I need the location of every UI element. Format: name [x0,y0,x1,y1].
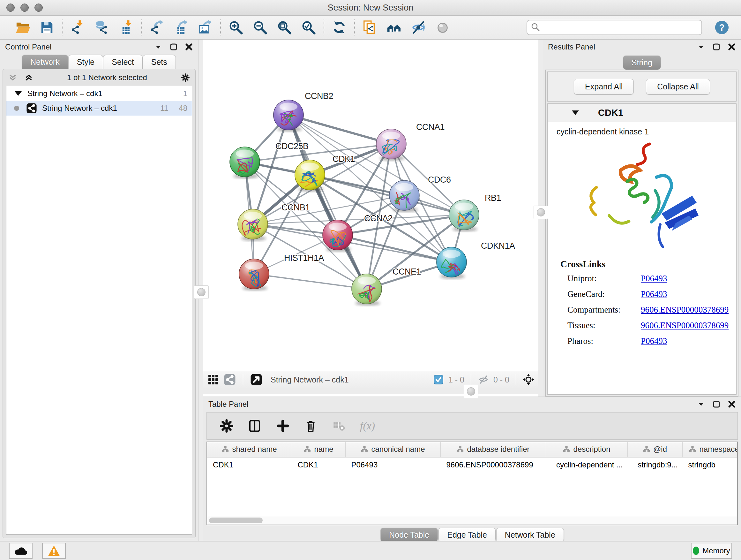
float-panel-icon[interactable] [712,400,721,408]
table-cell[interactable]: 9606.ENSP00000378699 [441,457,546,472]
expand-all-button[interactable]: Expand All [574,79,634,95]
node-label-CCNB2: CCNB2 [305,91,333,101]
network-view-title: String Network – cdk1 [271,375,349,384]
zoom-out-icon[interactable] [252,19,268,36]
network-collection-row[interactable]: String Network – cdk1 1 [6,86,192,101]
table-cell[interactable]: P06493 [346,457,441,472]
float-panel-icon[interactable] [712,43,721,51]
zoom-selected-icon[interactable] [300,19,317,36]
collection-expander-icon[interactable] [15,91,22,96]
tab-network[interactable]: Network [22,55,68,69]
import-database-icon[interactable] [94,19,110,36]
detach-view-icon[interactable] [250,374,262,386]
warning-button[interactable] [42,543,66,559]
column-header-canonical-name[interactable]: canonical name [346,442,441,457]
table-cell[interactable]: CDK1 [292,457,346,472]
panel-menu-icon[interactable] [697,43,705,51]
column-header-name[interactable]: name [292,442,346,457]
tab-sets[interactable]: Sets [143,55,176,69]
export-network-icon[interactable] [149,19,165,36]
cloud-status-button[interactable] [9,543,32,559]
column-header-database-identifier[interactable]: database identifier [441,442,546,457]
search-input[interactable] [527,20,702,35]
open-session-icon[interactable] [15,19,30,36]
zoom-in-icon[interactable] [228,19,244,36]
table-cell[interactable]: cyclin-dependent ... [546,457,628,472]
hide-selected-icon[interactable] [410,19,426,36]
expand-all-networks-icon[interactable] [24,73,33,82]
first-neighbors-icon[interactable] [386,19,402,36]
crosslink-label: GeneCard: [567,289,641,299]
network-node-CCNE1[interactable]: CCNE1 [352,267,421,306]
crosslink-link[interactable]: 9606.ENSP00000378699 [641,305,729,315]
tab-select[interactable]: Select [103,55,142,69]
crosslink-link[interactable]: P06493 [641,273,667,284]
close-panel-icon[interactable] [728,400,736,408]
network-overview-icon[interactable] [224,374,236,386]
gene-section-header[interactable]: CDK1 [548,104,736,122]
delete-column-trash-icon[interactable] [304,419,318,433]
tab-network-table[interactable]: Network Table [496,528,564,542]
network-from-selection-icon[interactable] [362,19,378,36]
network-canvas[interactable]: CCNB2CCNA1CDC25BCDK1CDC6RB1CCNB1CCNA2CDK… [203,40,538,371]
gene-expander-icon[interactable] [572,111,579,115]
save-session-icon[interactable] [39,19,55,36]
close-panel-icon[interactable] [728,43,736,51]
network-node-HIST1H1A[interactable]: HIST1H1A [239,253,324,291]
crosslink-link[interactable]: P06493 [641,336,667,346]
help-icon[interactable]: ? [714,19,730,36]
crosslink-link[interactable]: 9606.ENSP00000378699 [641,320,729,330]
table-settings-gear-icon[interactable] [219,419,233,433]
apply-layout-icon[interactable] [331,19,347,36]
collapse-all-networks-icon[interactable] [9,73,17,82]
column-header-namespace[interactable]: namespace [683,442,738,457]
tab-style[interactable]: Style [68,55,104,69]
grid-view-icon[interactable] [207,374,219,386]
import-network-icon[interactable] [70,19,85,36]
table-horizontal-scrollbar[interactable] [207,516,737,524]
table-cell[interactable]: CDK1 [207,457,292,472]
left-splitter[interactable] [199,40,203,541]
birdseye-toggle-icon[interactable] [522,374,535,386]
panel-menu-icon[interactable] [154,43,162,51]
show-hidden-icon[interactable] [434,19,451,36]
column-header-@id[interactable]: @id [628,442,683,457]
tab-node-table[interactable]: Node Table [381,528,438,542]
title-bar: Session: New Session [0,0,741,16]
import-table-icon[interactable] [118,19,134,36]
column-header-description[interactable]: description [546,442,628,457]
table-cell[interactable]: stringdb:9... [628,457,683,472]
network-node-CDKN1A[interactable]: CDKN1A [436,241,515,279]
selected-checkbox-icon[interactable] [432,374,445,386]
node-label-CCNA2: CCNA2 [364,213,393,223]
tab-edge-table[interactable]: Edge Table [439,528,495,542]
toolbar-group [8,19,62,36]
bottom-splitter[interactable] [203,388,538,394]
collapse-all-button[interactable]: Collapse All [646,79,710,95]
memory-button[interactable]: Memory [691,543,732,559]
crosslink-row: Compartments:9606.ENSP00000378699 [548,302,736,318]
scrollbar-thumb[interactable] [209,517,263,523]
tab-string[interactable]: String [623,56,661,70]
zoom-fit-icon[interactable] [276,19,292,36]
column-header-shared-name[interactable]: shared name [207,442,292,457]
table-row[interactable]: CDK1CDK1P064939606.ENSP00000378699cyclin… [207,457,738,472]
network-view: CCNB2CCNA1CDC25BCDK1CDC6RB1CCNB1CCNA2CDK… [203,40,538,396]
network-node-RB1[interactable]: RB1 [449,193,501,232]
crosslink-link[interactable]: P06493 [641,289,667,299]
add-column-icon[interactable] [276,419,290,433]
network-node-CCNA1[interactable]: CCNA1 [376,122,445,161]
float-panel-icon[interactable] [170,43,178,51]
table-cell[interactable]: stringdb [683,457,738,472]
export-image-icon[interactable] [197,19,213,36]
close-panel-icon[interactable] [185,43,193,51]
network-selection-status: 1 of 1 Network selected [41,73,174,82]
show-columns-icon[interactable] [248,419,262,433]
network-options-gear-icon[interactable] [181,73,190,82]
right-splitter[interactable] [538,40,543,396]
network-edge-CCNE1-HIST1H1A[interactable] [254,274,367,289]
application-window: Session: New Session ? Control Panel [0,0,741,560]
export-table-icon[interactable] [173,19,189,36]
network-row[interactable]: String Network – cdk1 11 48 [6,101,192,116]
panel-menu-icon[interactable] [697,400,705,408]
